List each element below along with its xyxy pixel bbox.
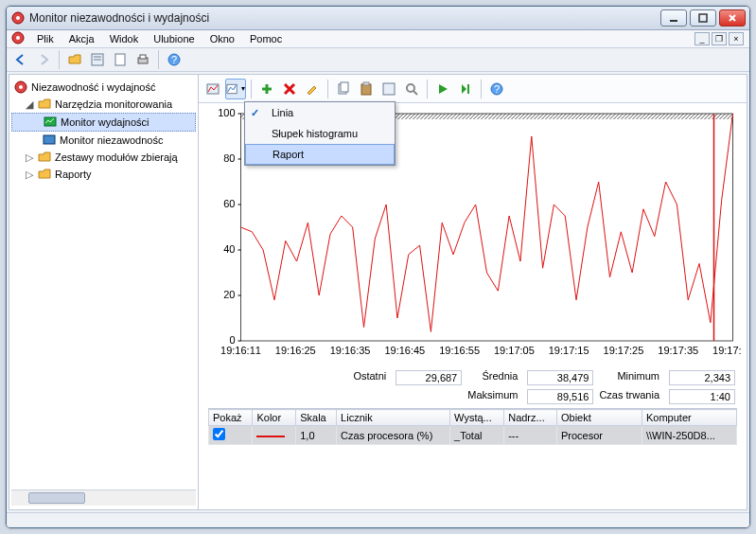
svg-text:19:17:05: 19:17:05 bbox=[494, 345, 535, 356]
tree-monitoring-tools[interactable]: ◢ Narzędzia monitorowania bbox=[11, 96, 196, 113]
tree-perf-monitor[interactable]: Monitor wydajności bbox=[11, 113, 196, 132]
svg-rect-27 bbox=[341, 82, 348, 92]
svg-rect-11 bbox=[115, 54, 125, 65]
app-icon-small bbox=[10, 30, 26, 47]
stat-min-value: 2,343 bbox=[669, 370, 735, 385]
zoom-button[interactable] bbox=[401, 79, 422, 99]
cell-parent: --- bbox=[504, 426, 557, 445]
stat-max-value: 89,516 bbox=[527, 389, 593, 404]
chart-type-dropdown[interactable]: ▾ bbox=[225, 79, 246, 99]
menu-akcja[interactable]: Akcja bbox=[62, 31, 102, 46]
export-button[interactable] bbox=[110, 49, 131, 70]
close-button[interactable] bbox=[719, 9, 746, 27]
counter-table: Pokaż Kolor Skala Licznik Wystą... Nadrz… bbox=[208, 408, 737, 445]
col-parent[interactable]: Nadrz... bbox=[504, 410, 557, 426]
col-object[interactable]: Obiekt bbox=[557, 410, 642, 426]
menu-item-line[interactable]: ✓Linia bbox=[245, 102, 395, 123]
statusbar bbox=[7, 512, 749, 527]
menubar: Plik Akcja Widok Ulubione Okno Pomoc _ ❐… bbox=[7, 30, 749, 48]
tree-collector-sets[interactable]: ▷ Zestawy modułów zbierają bbox=[11, 149, 196, 166]
svg-text:19:17:35: 19:17:35 bbox=[658, 345, 698, 356]
highlight-button[interactable] bbox=[302, 79, 323, 99]
back-button[interactable] bbox=[10, 49, 31, 70]
svg-text:19:16:25: 19:16:25 bbox=[275, 345, 316, 356]
cell-inst: _Total bbox=[450, 426, 504, 445]
mdi-minimize-button[interactable]: _ bbox=[694, 32, 710, 45]
forward-button[interactable] bbox=[33, 49, 54, 70]
help-button-2[interactable]: ? bbox=[486, 79, 507, 99]
menu-plik[interactable]: Plik bbox=[29, 31, 62, 46]
cell-scale: 1,0 bbox=[296, 426, 337, 445]
properties-button-2[interactable] bbox=[378, 79, 399, 99]
svg-text:60: 60 bbox=[223, 198, 235, 209]
svg-text:19:16:45: 19:16:45 bbox=[384, 345, 425, 356]
svg-text:19:17:25: 19:17:25 bbox=[604, 345, 644, 356]
navigation-tree[interactable]: Niezawodność i wydajność ◢ Narzędzia mon… bbox=[9, 75, 199, 509]
svg-point-1 bbox=[16, 16, 20, 20]
menu-pomoc[interactable]: Pomoc bbox=[242, 31, 290, 46]
mdi-restore-button[interactable]: ❐ bbox=[712, 32, 727, 45]
color-swatch bbox=[256, 436, 285, 437]
svg-text:19:16:35: 19:16:35 bbox=[330, 345, 371, 356]
view-current-button[interactable] bbox=[202, 79, 223, 99]
update-button[interactable] bbox=[455, 79, 476, 99]
show-checkbox[interactable] bbox=[213, 428, 225, 440]
minimize-button[interactable] bbox=[660, 9, 687, 27]
copy-button[interactable] bbox=[333, 79, 354, 99]
tree-scrollbar[interactable] bbox=[11, 490, 196, 506]
open-button[interactable] bbox=[64, 49, 85, 70]
app-window: Monitor niezawodności i wydajności Plik … bbox=[6, 6, 750, 528]
collapse-icon[interactable]: ◢ bbox=[25, 98, 34, 111]
svg-rect-13 bbox=[140, 55, 146, 59]
menu-item-report[interactable]: Raport bbox=[245, 144, 395, 165]
stats-panel: Ostatni 29,687 Średnia 38,479 Minimum 2,… bbox=[210, 370, 735, 404]
chart-type-menu: ✓Linia Słupek histogramu Raport bbox=[244, 101, 396, 166]
svg-rect-30 bbox=[383, 83, 395, 95]
stat-dur-value: 1:40 bbox=[669, 389, 735, 404]
expand-icon[interactable]: ▷ bbox=[25, 169, 34, 181]
help-button[interactable]: ? bbox=[164, 49, 185, 70]
svg-text:100: 100 bbox=[218, 109, 235, 118]
remove-counter-button[interactable] bbox=[279, 79, 300, 99]
cell-counter: Czas procesora (%) bbox=[337, 426, 450, 445]
col-show[interactable]: Pokaż bbox=[209, 410, 253, 426]
menu-ulubione[interactable]: Ulubione bbox=[146, 31, 202, 46]
checkmark-icon: ✓ bbox=[251, 107, 259, 119]
svg-text:19:16:55: 19:16:55 bbox=[439, 345, 480, 356]
svg-text:80: 80 bbox=[223, 152, 235, 164]
print-button[interactable] bbox=[132, 49, 153, 70]
play-button[interactable] bbox=[432, 79, 453, 99]
stat-last-label: Ostatni bbox=[353, 370, 390, 385]
svg-rect-3 bbox=[699, 14, 707, 22]
menu-okno[interactable]: Okno bbox=[202, 31, 242, 46]
tree-root[interactable]: Niezawodność i wydajność bbox=[11, 79, 196, 96]
table-row[interactable]: 1,0 Czas procesora (%) _Total --- Proces… bbox=[209, 426, 737, 445]
col-color[interactable]: Kolor bbox=[253, 410, 296, 426]
svg-text:40: 40 bbox=[223, 243, 235, 255]
stat-min-label: Minimum bbox=[599, 370, 663, 385]
col-inst[interactable]: Wystą... bbox=[450, 410, 504, 426]
mdi-close-button[interactable]: × bbox=[729, 32, 744, 45]
stat-last-value: 29,687 bbox=[396, 370, 462, 385]
tree-reports[interactable]: ▷ Raporty bbox=[11, 166, 196, 183]
menu-widok[interactable]: Widok bbox=[102, 31, 147, 46]
col-computer[interactable]: Komputer bbox=[642, 410, 737, 426]
col-counter[interactable]: Licznik bbox=[337, 410, 450, 426]
tree-reliability-monitor[interactable]: Monitor niezawodnośc bbox=[11, 132, 196, 149]
window-title: Monitor niezawodności i wydajności bbox=[29, 11, 660, 25]
tree-sets-label: Zestawy modułów zbierają bbox=[55, 151, 178, 163]
col-scale[interactable]: Skala bbox=[296, 410, 337, 426]
svg-text:19:17:50: 19:17:50 bbox=[712, 345, 741, 356]
properties-button[interactable] bbox=[87, 49, 108, 70]
main-toolbar: ? bbox=[7, 48, 749, 72]
cell-show[interactable] bbox=[209, 426, 253, 445]
cell-computer: \\WIN-250D8... bbox=[642, 426, 737, 445]
add-counter-button[interactable] bbox=[256, 79, 277, 99]
expand-icon[interactable]: ▷ bbox=[25, 151, 34, 164]
paste-button[interactable] bbox=[356, 79, 377, 99]
svg-line-32 bbox=[413, 91, 417, 95]
maximize-button[interactable] bbox=[690, 9, 716, 27]
menu-item-histogram[interactable]: Słupek histogramu bbox=[245, 123, 395, 144]
tree-group-label: Narzędzia monitorowania bbox=[55, 98, 172, 110]
stat-dur-label: Czas trwania bbox=[599, 389, 663, 404]
